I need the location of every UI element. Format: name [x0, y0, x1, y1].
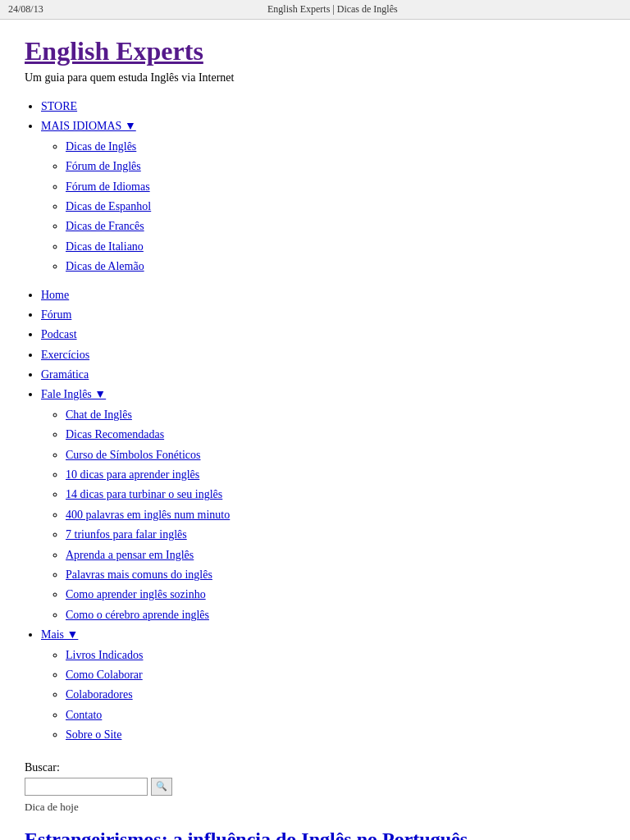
nav-item-exercicios: Exercícios	[41, 346, 605, 364]
exercicios-link[interactable]: Exercícios	[41, 349, 89, 361]
search-label: Buscar:	[25, 761, 605, 774]
400-palavras-link[interactable]: 400 palavras em inglês num minuto	[66, 509, 230, 521]
dica-label: Dica de hoje	[25, 801, 605, 814]
14-dicas-link[interactable]: 14 dicas para turbinar o seu inglês	[66, 488, 222, 500]
dicas-ingles-link[interactable]: Dicas de Inglês	[66, 140, 136, 153]
list-item: Aprenda a pensar em Inglês	[66, 546, 605, 564]
forum-link[interactable]: Fórum	[41, 308, 71, 321]
dicas-espanhol-link[interactable]: Dicas de Espanhol	[66, 200, 151, 212]
dicas-recomendadas-link[interactable]: Dicas Recomendadas	[66, 428, 164, 441]
store-link[interactable]: STORE	[41, 100, 77, 112]
fale-ingles-dropdown[interactable]: Fale Inglês ▼	[41, 388, 106, 400]
list-item: Dicas de Alemão	[66, 258, 605, 276]
dicas-frances-link[interactable]: Dicas de Francês	[66, 220, 144, 232]
curso-simbolos-link[interactable]: Curso de Símbolos Fonéticos	[66, 449, 201, 461]
forum-ingles-link[interactable]: Fórum de Inglês	[66, 160, 141, 172]
nav-item-gramatica: Gramática	[41, 366, 605, 384]
list-item: Como o cérebro aprende inglês	[66, 606, 605, 624]
search-row: 🔍	[25, 778, 605, 796]
podcast-link[interactable]: Podcast	[41, 328, 77, 340]
nav-item-store: STORE	[41, 98, 605, 116]
list-item: Chat de Inglês	[66, 406, 605, 424]
nav-item-fale-ingles: Fale Inglês ▼ Chat de Inglês Dicas Recom…	[41, 386, 605, 624]
article-title-text: Estrangeirismos: a influência do Inglês …	[25, 829, 468, 841]
cerebro-aprende-link[interactable]: Como o cérebro aprende inglês	[66, 609, 209, 621]
mais-submenu: Livros Indicados Como Colaborar Colabora…	[41, 646, 605, 745]
main-nav: Home Fórum Podcast Exercícios Gramática …	[25, 286, 605, 745]
list-item: Sobre o Site	[66, 726, 605, 744]
list-item: Contato	[66, 706, 605, 724]
list-item: Livros Indicados	[66, 646, 605, 664]
list-item: Dicas de Inglês	[66, 138, 605, 156]
nav-item-mais-idiomas: MAIS IDIOMAS ▼ Dicas de Inglês Fórum de …	[41, 117, 605, 276]
search-input[interactable]	[25, 778, 148, 796]
list-item: 7 triunfos para falar inglês	[66, 526, 605, 544]
search-icon: 🔍	[156, 781, 167, 792]
forum-idiomas-link[interactable]: Fórum de Idiomas	[66, 180, 150, 193]
site-title-text: English Experts	[25, 36, 203, 66]
dicas-italiano-link[interactable]: Dicas de Italiano	[66, 240, 144, 253]
nav-item-mais: Mais ▼ Livros Indicados Como Colaborar C…	[41, 626, 605, 744]
fale-ingles-submenu: Chat de Inglês Dicas Recomendadas Curso …	[41, 406, 605, 624]
sobre-site-link[interactable]: Sobre o Site	[66, 728, 121, 741]
chat-ingles-link[interactable]: Chat de Inglês	[66, 409, 132, 421]
nav-item-home: Home	[41, 286, 605, 304]
site-subtitle: Um guia para quem estuda Inglês via Inte…	[25, 71, 605, 84]
livros-indicados-link[interactable]: Livros Indicados	[66, 649, 143, 661]
mais-idiomas-dropdown[interactable]: MAIS IDIOMAS ▼	[41, 120, 136, 132]
home-link[interactable]: Home	[41, 289, 69, 301]
list-item: Dicas de Italiano	[66, 238, 605, 256]
list-item: Palavras mais comuns do inglês	[66, 566, 605, 584]
main-nav-list: Home Fórum Podcast Exercícios Gramática …	[25, 286, 605, 745]
browser-page-title: English Experts | Dicas de Inglês	[43, 3, 622, 16]
list-item: 14 dicas para turbinar o seu inglês	[66, 486, 605, 504]
page-content: English Experts Um guia para quem estuda…	[0, 20, 630, 840]
list-item: Como Colaborar	[66, 666, 605, 684]
gramatica-link[interactable]: Gramática	[41, 368, 89, 381]
list-item: Dicas de Francês	[66, 217, 605, 235]
search-button[interactable]: 🔍	[151, 778, 172, 796]
list-item: Dicas Recomendadas	[66, 426, 605, 444]
palavras-comuns-link[interactable]: Palavras mais comuns do inglês	[66, 568, 212, 581]
list-item: 10 dicas para aprender inglês	[66, 466, 605, 484]
dicas-alemao-link[interactable]: Dicas de Alemão	[66, 260, 144, 272]
colaboradores-link[interactable]: Colaboradores	[66, 688, 133, 701]
contato-link[interactable]: Contato	[66, 709, 102, 721]
list-item: Fórum de Idiomas	[66, 178, 605, 196]
article-section: Estrangeirismos: a influência do Inglês …	[25, 827, 605, 841]
top-nav-list: STORE MAIS IDIOMAS ▼ Dicas de Inglês Fór…	[25, 98, 605, 276]
como-colaborar-link[interactable]: Como Colaborar	[66, 669, 143, 681]
list-item: Curso de Símbolos Fonéticos	[66, 446, 605, 464]
10-dicas-link[interactable]: 10 dicas para aprender inglês	[66, 468, 199, 481]
search-section: Buscar: 🔍 Dica de hoje	[25, 761, 605, 814]
como-aprender-link[interactable]: Como aprender inglês sozinho	[66, 588, 206, 600]
list-item: 400 palavras em inglês num minuto	[66, 506, 605, 524]
nav-item-forum: Fórum	[41, 306, 605, 324]
list-item: Fórum de Inglês	[66, 158, 605, 176]
article-title-link[interactable]: Estrangeirismos: a influência do Inglês …	[25, 829, 468, 841]
site-title-link[interactable]: English Experts	[25, 36, 605, 66]
mais-idiomas-submenu: Dicas de Inglês Fórum de Inglês Fórum de…	[41, 138, 605, 276]
list-item: Dicas de Espanhol	[66, 198, 605, 216]
top-nav: STORE MAIS IDIOMAS ▼ Dicas de Inglês Fór…	[25, 98, 605, 276]
mais-dropdown[interactable]: Mais ▼	[41, 628, 78, 641]
list-item: Colaboradores	[66, 686, 605, 704]
nav-item-podcast: Podcast	[41, 326, 605, 344]
7-triunfos-link[interactable]: 7 triunfos para falar inglês	[66, 528, 187, 541]
aprenda-pensar-link[interactable]: Aprenda a pensar em Inglês	[66, 549, 194, 561]
browser-bar: 24/08/13 English Experts | Dicas de Ingl…	[0, 0, 630, 20]
browser-date: 24/08/13	[8, 3, 43, 16]
list-item: Como aprender inglês sozinho	[66, 586, 605, 604]
